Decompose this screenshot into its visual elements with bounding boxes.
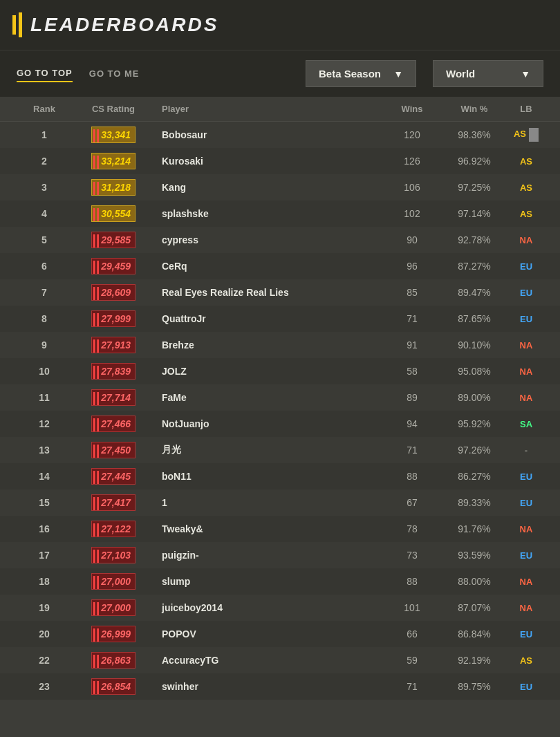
cell-lb-region: AS: [509, 128, 543, 142]
cell-win-pct: 97.25%: [440, 182, 509, 193]
cell-rank: 4: [17, 208, 72, 219]
cell-lb-region: EU: [509, 288, 543, 298]
cell-rank: 1: [17, 129, 72, 140]
go-to-top-button[interactable]: GO TO TOP: [17, 65, 73, 82]
cell-wins: 85: [384, 287, 440, 298]
table-row[interactable]: 13 || 27,450 月光 71 97.26% -: [0, 437, 560, 463]
cell-win-pct: 87.07%: [440, 602, 509, 613]
cell-wins: 89: [384, 392, 440, 403]
table-row[interactable]: 19 || 27,000 juiceboy2014 101 87.07% NA: [0, 595, 560, 621]
cs-value: 27,466: [100, 416, 135, 431]
cell-lb-region: AS: [509, 655, 543, 666]
cs-slash-icon: ||: [92, 653, 100, 667]
cell-cs-rating: || 33,341: [72, 127, 155, 143]
cell-cs-rating: || 30,554: [72, 205, 155, 222]
cs-badge: || 27,714: [91, 389, 136, 406]
cs-badge: || 29,459: [91, 258, 136, 274]
cell-rank: 6: [17, 261, 72, 272]
cs-slash-icon: ||: [92, 207, 100, 221]
cell-cs-rating: || 27,103: [72, 547, 155, 563]
cell-lb-region: SA: [509, 419, 543, 429]
table-row[interactable]: 5 || 29,585 cypress 90 92.78% NA: [0, 227, 560, 253]
cs-value: 33,341: [100, 127, 135, 142]
cell-player-name: boN11: [155, 471, 384, 482]
cell-wins: 73: [384, 550, 440, 561]
table-row[interactable]: 23 || 26,854 swinher 71 89.75% EU: [0, 673, 560, 700]
cell-wins: 106: [384, 182, 440, 193]
cell-win-pct: 87.27%: [440, 261, 509, 272]
table-row[interactable]: 18 || 27,000 slump 88 88.00% NA: [0, 568, 560, 595]
cs-slash-icon: ||: [92, 575, 100, 588]
table-row[interactable]: 7 || 28,609 Real Eyes Realize Real Lies …: [0, 279, 560, 306]
region-dropdown[interactable]: World ▼: [433, 60, 543, 87]
cell-rank: 11: [17, 392, 72, 403]
col-header-winpct: Win %: [440, 104, 509, 114]
cs-value: 27,445: [100, 469, 135, 484]
cell-lb-region: NA: [509, 603, 543, 613]
cell-win-pct: 86.27%: [440, 471, 509, 482]
table-row[interactable]: 10 || 27,839 JOLZ 58 95.08% NA: [0, 358, 560, 384]
cell-rank: 22: [17, 655, 72, 666]
table-row[interactable]: 4 || 30,554 splashske 102 97.14% AS: [0, 200, 560, 227]
table-row[interactable]: 17 || 27,103 puigzin- 73 93.59% EU: [0, 542, 560, 568]
cell-player-name: puigzin-: [155, 550, 384, 561]
cell-player-name: NotJuanjo: [155, 418, 384, 429]
cell-wins: 120: [384, 129, 440, 140]
cell-cs-rating: || 27,999: [72, 310, 155, 327]
cs-badge: || 27,913: [91, 337, 136, 353]
cs-value: 27,999: [100, 311, 135, 326]
cs-value: 26,854: [100, 679, 135, 694]
cell-cs-rating: || 27,417: [72, 494, 155, 511]
season-dropdown-arrow-icon: ▼: [393, 68, 403, 80]
table-row[interactable]: 22 || 26,863 AccuracyTG 59 92.19% AS: [0, 647, 560, 673]
table-row[interactable]: 8 || 27,999 QuattroJr 71 87.65% EU: [0, 306, 560, 332]
cs-slash-icon: ||: [92, 154, 100, 168]
cell-cs-rating: || 31,218: [72, 179, 155, 196]
table-row[interactable]: 2 || 33,214 Kurosaki 126 96.92% AS: [0, 148, 560, 174]
cell-rank: 8: [17, 313, 72, 324]
cs-value: 27,000: [100, 574, 135, 589]
cell-player-name: Tweaky&: [155, 523, 384, 534]
table-row[interactable]: 14 || 27,445 boN11 88 86.27% EU: [0, 463, 560, 489]
season-label: Beta Season: [319, 68, 381, 80]
header-bars-icon: [12, 12, 22, 37]
cell-rank: 10: [17, 366, 72, 377]
cell-cs-rating: || 27,450: [72, 442, 155, 458]
cell-player-name: slump: [155, 576, 384, 587]
cell-lb-region: EU: [509, 682, 543, 692]
cell-player-name: CeRq: [155, 261, 384, 272]
cell-lb-region: EU: [509, 550, 543, 561]
table-row[interactable]: 1 || 33,341 Bobosaur 120 98.36% AS: [0, 122, 560, 148]
cs-value: 33,214: [100, 153, 135, 169]
cs-slash-icon: ||: [92, 338, 100, 352]
col-header-cs: CS Rating: [72, 104, 155, 114]
table-row[interactable]: 16 || 27,122 Tweaky& 78 91.76% NA: [0, 516, 560, 542]
cell-cs-rating: || 27,839: [72, 363, 155, 380]
cell-wins: 90: [384, 234, 440, 245]
bar-icon-1: [12, 15, 16, 35]
cs-slash-icon: ||: [92, 417, 100, 431]
cell-win-pct: 89.47%: [440, 287, 509, 298]
table-row[interactable]: 20 || 26,999 POPOV 66 86.84% EU: [0, 621, 560, 647]
cs-value: 29,459: [100, 259, 135, 274]
cs-badge: || 27,103: [91, 547, 136, 563]
table-row[interactable]: 15 || 27,417 1 67 89.33% EU: [0, 489, 560, 516]
cs-value: 27,417: [100, 495, 135, 510]
cell-win-pct: 95.08%: [440, 366, 509, 377]
cell-wins: 59: [384, 655, 440, 666]
table-row[interactable]: 12 || 27,466 NotJuanjo 94 95.92% SA: [0, 411, 560, 437]
go-to-me-button[interactable]: GO TO ME: [89, 66, 140, 82]
cell-player-name: Brehze: [155, 339, 384, 351]
col-header-rank: Rank: [17, 104, 72, 114]
season-dropdown[interactable]: Beta Season ▼: [306, 60, 416, 87]
cell-cs-rating: || 27,714: [72, 389, 155, 406]
cell-win-pct: 97.26%: [440, 445, 509, 456]
cs-badge: || 26,854: [91, 678, 136, 695]
table-row[interactable]: 11 || 27,714 FaMe 89 89.00% NA: [0, 384, 560, 411]
table-row[interactable]: 3 || 31,218 Kang 106 97.25% AS: [0, 174, 560, 200]
cell-rank: 16: [17, 523, 72, 534]
bar-icon-2: [19, 12, 22, 37]
cs-badge: || 27,000: [91, 573, 136, 590]
table-row[interactable]: 9 || 27,913 Brehze 91 90.10% NA: [0, 332, 560, 358]
table-row[interactable]: 6 || 29,459 CeRq 96 87.27% EU: [0, 253, 560, 279]
